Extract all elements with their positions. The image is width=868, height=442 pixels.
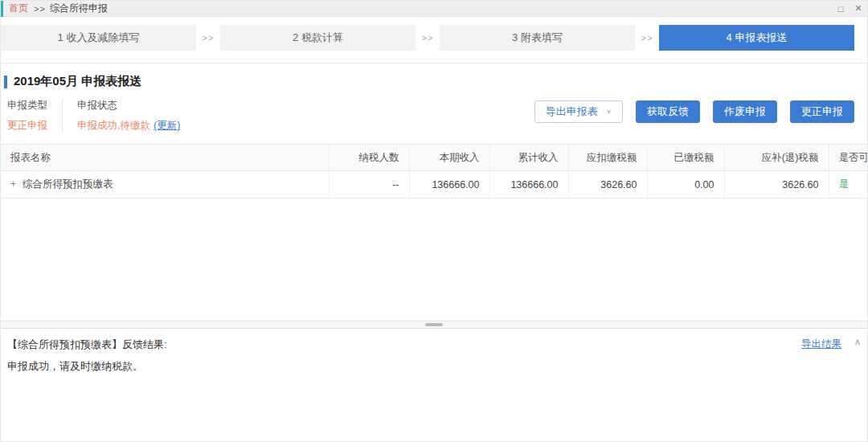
maximize-icon[interactable]: □ (832, 4, 850, 14)
close-icon[interactable]: ✕ (850, 3, 867, 14)
correct-declaration-button[interactable]: 更正申报 (790, 100, 854, 123)
declaration-type-value: 更正申报 (7, 119, 47, 133)
get-feedback-button[interactable]: 获取反馈 (636, 100, 700, 123)
step-1-income[interactable]: 1 收入及减除填写 (1, 25, 196, 51)
breadcrumb-separator: >> (34, 4, 46, 14)
paid-tax-cell: 0.00 (647, 171, 724, 198)
total-income-cell: 136666.00 (489, 171, 568, 198)
step-separator: >> (635, 33, 659, 43)
declaration-status: 申报状态 申报成功,待缴款 (更新) (77, 99, 180, 133)
app-window: 首页 >> 综合所得申报 □ ✕ 1 收入及减除填写 >> 2 税款计算 >> … (0, 0, 868, 442)
col-withholding: 应扣缴税额 (568, 145, 647, 171)
breadcrumb-current: 综合所得申报 (50, 2, 108, 15)
void-declaration-button[interactable]: 作废申报 (713, 100, 777, 123)
breadcrumb-home-link[interactable]: 首页 (9, 2, 28, 15)
export-result-link[interactable]: 导出结果 (801, 338, 841, 351)
taxpayer-count-cell: -- (329, 171, 409, 198)
chevron-down-icon: ∨ (606, 104, 612, 121)
report-name: 综合所得预扣预缴表 (23, 178, 113, 190)
col-total-income: 累计收入 (489, 145, 568, 171)
toolbar: 导出申报表 ∨ 获取反馈 作废申报 更正申报 (534, 100, 854, 123)
export-report-dropdown[interactable]: 导出申报表 ∨ (534, 100, 623, 123)
page-title-row: 2019年05月 申报表报送 (4, 74, 867, 89)
payable-refund-cell: 3626.60 (724, 171, 829, 198)
declaration-meta-row: 申报类型 更正申报 申报状态 申报成功,待缴款 (更新) 导出申报表 ∨ 获取反… (1, 89, 867, 144)
title-accent-icon (4, 76, 7, 88)
table-header-row: 报表名称 纳税人数 本期收入 累计收入 应扣缴税额 已缴税额 应补(退)税额 是… (1, 145, 867, 171)
declarable-cell: 是 (829, 171, 867, 198)
main-content: 2019年05月 申报表报送 申报类型 更正申报 申报状态 申报成功,待缴款 (… (1, 63, 867, 321)
current-income-cell: 136666.00 (409, 171, 489, 198)
chevron-up-icon[interactable]: ∧ (854, 337, 861, 347)
declaration-type-label: 申报类型 (7, 99, 47, 113)
step-wizard: 1 收入及减除填写 >> 2 税款计算 >> 3 附表填写 >> 4 申报表报送 (1, 17, 867, 63)
col-current-income: 本期收入 (409, 145, 489, 171)
declaration-type: 申报类型 更正申报 (7, 99, 47, 133)
col-payable-refund: 应补(退)税额 (724, 145, 829, 171)
feedback-message: 申报成功，请及时缴纳税款。 (7, 359, 856, 374)
col-paid-tax: 已缴税额 (647, 145, 724, 171)
refresh-status-link[interactable]: (更新) (154, 119, 180, 133)
report-table: 报表名称 纳税人数 本期收入 累计收入 应扣缴税额 已缴税额 应补(退)税额 是… (1, 144, 867, 198)
title-bar: 首页 >> 综合所得申报 □ ✕ (1, 1, 867, 17)
table-row[interactable]: +综合所得预扣预缴表 -- 136666.00 136666.00 3626.6… (1, 171, 867, 198)
vertical-divider (62, 99, 63, 133)
drag-handle-icon[interactable] (425, 323, 443, 326)
accent-bar-icon (1, 1, 3, 17)
step-separator: >> (416, 33, 440, 43)
declaration-status-label: 申报状态 (77, 99, 180, 113)
export-report-label: 导出申报表 (546, 101, 598, 122)
step-2-tax-calc[interactable]: 2 税款计算 (220, 25, 416, 51)
empty-area (1, 198, 867, 321)
panel-splitter[interactable] (1, 321, 867, 329)
page-title: 2019年05月 申报表报送 (14, 74, 141, 89)
expand-row-icon[interactable]: + (10, 178, 16, 190)
col-report-name: 报表名称 (1, 145, 329, 171)
step-4-submit[interactable]: 4 申报表报送 (659, 25, 854, 51)
withholding-cell: 3626.60 (568, 171, 647, 198)
col-declarable: 是否可申... (829, 145, 867, 171)
step-3-schedules[interactable]: 3 附表填写 (440, 25, 635, 51)
declaration-status-value: 申报成功,待缴款 (77, 119, 150, 133)
step-separator: >> (196, 33, 220, 43)
col-taxpayer-count: 纳税人数 (329, 145, 409, 171)
feedback-panel: 【综合所得预扣预缴表】反馈结果: 导出结果 ∧ 申报成功，请及时缴纳税款。 (1, 329, 867, 441)
feedback-title: 【综合所得预扣预缴表】反馈结果: (7, 338, 167, 352)
